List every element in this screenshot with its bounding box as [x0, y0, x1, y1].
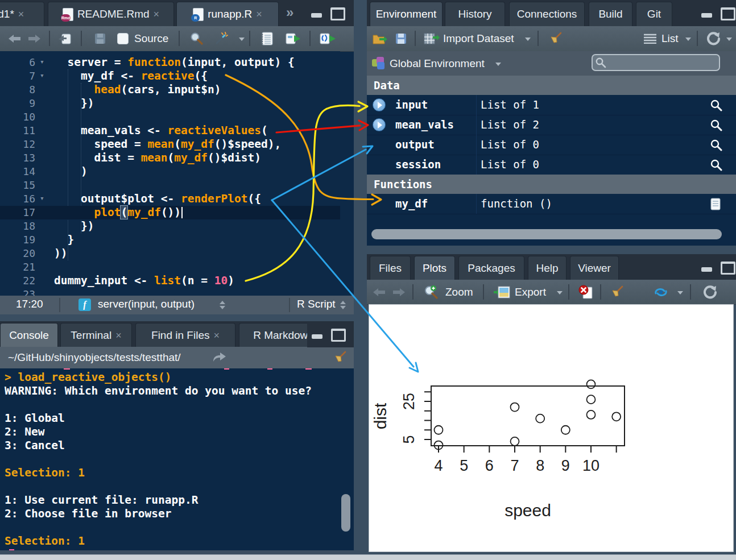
goto-directory-icon[interactable]: [212, 352, 226, 363]
maximize-pane-button[interactable]: [330, 329, 344, 339]
close-icon[interactable]: ×: [213, 330, 220, 341]
code-editor-area[interactable]: 6▾ server = function(input, output) {7▾ …: [0, 51, 340, 296]
console-output-area[interactable]: > load_reactive_objects()WARNING: Which …: [0, 368, 354, 550]
tab-plots[interactable]: Plots: [414, 256, 455, 280]
publish-icon[interactable]: [652, 287, 669, 298]
environment-hscrollbar-thumb[interactable]: [371, 229, 722, 239]
chevron-down-icon[interactable]: [239, 38, 245, 41]
tab-runapp-r[interactable]: Rrunapp.R×: [176, 2, 279, 26]
environment-row-session[interactable]: sessionList of 0: [367, 155, 736, 175]
close-icon[interactable]: ×: [154, 9, 160, 19]
function-scope-label[interactable]: server(input, output): [98, 298, 195, 310]
close-icon[interactable]: ×: [115, 330, 122, 341]
fold-arrow-icon[interactable]: ▾: [40, 69, 44, 82]
previous-plot-icon[interactable]: [373, 288, 386, 297]
source-on-save-checkbox[interactable]: [117, 33, 129, 44]
close-icon[interactable]: ×: [18, 9, 24, 19]
toolbar-separator: [537, 31, 539, 46]
run-icon[interactable]: [286, 32, 301, 45]
environment-scope-label[interactable]: Global Environment: [390, 57, 485, 70]
tab-build[interactable]: Build: [589, 2, 632, 26]
inspect-magnifier-icon[interactable]: [710, 99, 722, 111]
forward-icon[interactable]: [27, 34, 41, 43]
clear-console-broom-icon[interactable]: [333, 351, 347, 364]
environment-search-input[interactable]: [592, 54, 720, 71]
remove-plot-icon[interactable]: [578, 285, 593, 300]
chevron-down-icon[interactable]: [495, 63, 501, 66]
import-dataset-label[interactable]: Import Dataset: [443, 32, 514, 45]
environment-row-my-df[interactable]: my_dffunction (): [367, 194, 736, 214]
tab-history[interactable]: History: [445, 2, 505, 26]
tab-files[interactable]: Files: [370, 256, 411, 280]
file-type-label[interactable]: R Script: [297, 298, 336, 310]
expand-arrow-icon[interactable]: [373, 98, 386, 111]
toolbar-separator: [309, 31, 311, 46]
maximize-pane-button[interactable]: [720, 7, 734, 18]
chevron-down-icon[interactable]: [726, 38, 732, 41]
tab-packages[interactable]: Packages: [458, 256, 524, 280]
save-icon[interactable]: [94, 33, 106, 44]
environment-row-mean-vals[interactable]: mean_valsList of 2: [367, 115, 736, 135]
maximize-pane-button[interactable]: [329, 7, 344, 18]
more-tabs-icon[interactable]: »: [286, 5, 292, 20]
export-plot-label[interactable]: Export: [515, 286, 546, 298]
tab-git[interactable]: Git: [636, 2, 672, 26]
chevron-down-icon[interactable]: [525, 38, 531, 41]
clear-plots-broom-icon[interactable]: [610, 285, 624, 299]
minimize-pane-button[interactable]: [700, 262, 714, 272]
refresh-plot-icon[interactable]: [702, 285, 717, 300]
fold-arrow-icon[interactable]: ▾: [40, 192, 44, 205]
tab-label: runapp.R: [208, 8, 252, 20]
open-in-new-window-icon[interactable]: [58, 32, 72, 45]
tab-ed1[interactable]: ed1*×: [0, 2, 44, 26]
inspect-magnifier-icon[interactable]: [710, 159, 722, 171]
chevron-down-icon[interactable]: [685, 38, 691, 41]
editor-toolbar: Source: [0, 26, 354, 52]
save-workspace-icon[interactable]: [395, 33, 407, 44]
close-icon[interactable]: ×: [256, 9, 262, 19]
console-scrollbar-thumb[interactable]: [341, 494, 350, 532]
maximize-pane-button[interactable]: [720, 262, 734, 272]
environment-row-input[interactable]: inputList of 1: [367, 95, 736, 115]
chevron-down-icon[interactable]: [557, 291, 563, 294]
minimize-pane-button[interactable]: [311, 329, 325, 339]
code-line-8: 8 head(cars, input$n): [0, 83, 340, 97]
code-tools-wand-icon[interactable]: [214, 31, 229, 46]
minimize-pane-button[interactable]: [700, 7, 714, 18]
tab-find-in-files[interactable]: Find in Files×: [135, 323, 235, 347]
toolbar-separator: [249, 31, 250, 46]
chevron-down-icon[interactable]: [677, 291, 683, 294]
zoom-plot-icon[interactable]: [424, 285, 439, 300]
tab-environment[interactable]: Environment: [370, 2, 443, 26]
inspect-magnifier-icon[interactable]: [710, 139, 722, 151]
list-view-label[interactable]: List: [661, 32, 679, 45]
y-tick-label: 25: [400, 393, 417, 410]
tab-readme-rmd[interactable]: RmdREADME.Rmd×: [48, 2, 174, 26]
zoom-plot-label[interactable]: Zoom: [445, 286, 473, 298]
tab-connections[interactable]: Connections: [509, 2, 585, 26]
tab-console[interactable]: Console: [0, 323, 58, 347]
next-plot-icon[interactable]: [392, 288, 406, 297]
fold-arrow-icon[interactable]: ▾: [40, 55, 44, 69]
refresh-icon[interactable]: [706, 31, 721, 46]
tab-label: Find in Files: [151, 329, 209, 342]
view-function-icon[interactable]: [710, 198, 722, 210]
tab-terminal[interactable]: Terminal×: [60, 323, 132, 347]
compile-notebook-icon[interactable]: [261, 32, 273, 45]
back-icon[interactable]: [8, 34, 22, 43]
environment-hscrollbar-track[interactable]: [367, 227, 736, 241]
tab-help[interactable]: Help: [528, 256, 567, 280]
tab-viewer[interactable]: Viewer: [570, 256, 619, 280]
data-point: [511, 403, 519, 412]
list-view-icon[interactable]: [643, 34, 657, 44]
find-replace-icon[interactable]: [190, 32, 204, 45]
clear-environment-broom-icon[interactable]: [549, 32, 563, 45]
load-workspace-folder-icon[interactable]: [373, 32, 388, 45]
inspect-magnifier-icon[interactable]: [710, 119, 722, 131]
export-plot-icon[interactable]: [493, 285, 510, 299]
import-dataset-icon[interactable]: [424, 33, 440, 44]
expand-arrow-icon[interactable]: [373, 118, 386, 131]
minimize-pane-button[interactable]: [310, 7, 324, 18]
environment-row-output[interactable]: outputList of 0: [367, 135, 736, 155]
source-script-icon[interactable]: [320, 32, 337, 45]
